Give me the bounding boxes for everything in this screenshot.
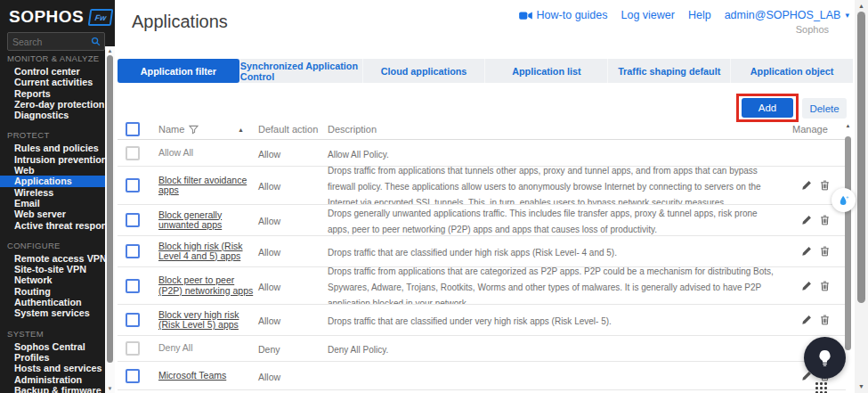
tab-application-object[interactable]: Application object	[730, 59, 853, 83]
sidebar-item-sophos-central[interactable]: Sophos Central	[0, 341, 105, 352]
sidebar-item-email[interactable]: Email	[0, 198, 105, 209]
row-checkbox[interactable]	[126, 178, 140, 192]
column-header-default-action[interactable]: Default action	[258, 124, 328, 135]
sidebar-section-configure: CONFIGURERemote access VPNSite-to-site V…	[0, 241, 105, 319]
app-filter-name-link[interactable]: Block filter avoidance apps	[158, 176, 258, 196]
row-checkbox-cell	[118, 369, 158, 383]
delete-trash-icon[interactable]	[820, 246, 830, 257]
delete-trash-icon[interactable]	[820, 215, 830, 225]
app-filter-name-link[interactable]: Microsoft Teams	[158, 371, 226, 381]
app-filter-name-link[interactable]: Block very high risk (Risk Level 5) apps	[158, 310, 258, 331]
row-default-action-cell: Allow	[258, 212, 328, 228]
select-all-checkbox[interactable]	[126, 122, 140, 136]
sidebar-item-rules-and-policies[interactable]: Rules and policies	[0, 143, 105, 153]
row-checkbox[interactable]	[126, 213, 140, 227]
row-checkbox[interactable]	[126, 244, 140, 258]
row-checkbox	[126, 146, 140, 160]
sidebar-item-backup-firmware[interactable]: Backup & firmware	[0, 385, 105, 393]
sidebar-item-reports[interactable]: Reports	[0, 88, 105, 99]
header-links: How-to guidesLog viewerHelpadmin@SOPHOS_…	[519, 9, 849, 21]
page-scrollbar[interactable]: ▲ ▼	[855, 0, 868, 393]
sidebar-item-applications[interactable]: Applications	[0, 176, 105, 186]
row-checkbox-cell	[118, 279, 158, 293]
search-input[interactable]	[8, 37, 91, 47]
help-assistant-button[interactable]	[804, 337, 846, 379]
sidebar-item-administration[interactable]: Administration	[0, 374, 105, 385]
scroll-up-icon[interactable]: ▲	[855, 3, 868, 10]
search-icon[interactable]	[91, 37, 104, 46]
row-description-cell: Drops generally unwanted applications tr…	[328, 205, 791, 236]
sidebar-item-remote-access-vpn[interactable]: Remote access VPN	[0, 253, 105, 264]
tab-application-list[interactable]: Application list	[484, 59, 607, 83]
scroll-down-icon[interactable]: ▼	[105, 385, 115, 392]
edit-pencil-icon[interactable]	[801, 215, 812, 225]
widget-drag-handle-icon[interactable]	[815, 382, 829, 393]
app-filter-name-link[interactable]: Block high risk (Risk Level 4 and 5) app…	[158, 242, 258, 262]
sidebar-section-system: SYSTEMSophos CentralProfilesHosts and se…	[0, 329, 105, 393]
sidebar-item-intrusion-prevention[interactable]: Intrusion prevention	[0, 154, 105, 165]
tab-bar: Application filterSynchronized Applicati…	[118, 59, 853, 83]
firewall-badge: Fw	[88, 9, 114, 26]
header-link-help[interactable]: Help	[688, 9, 711, 21]
app-filter-name-link[interactable]: Block generally unwanted apps	[158, 210, 258, 231]
filter-funnel-icon[interactable]	[189, 125, 199, 135]
sidebar-item-network[interactable]: Network	[0, 274, 105, 285]
sidebar-item-hosts-and-services[interactable]: Hosts and services	[0, 363, 105, 373]
add-button[interactable]: Add	[742, 98, 793, 118]
sidebar-item-routing[interactable]: Routing	[0, 286, 105, 297]
account-subtext: Sophos	[796, 24, 829, 35]
sidebar-item-zero-day-protection[interactable]: Zero-day protection	[0, 99, 105, 110]
column-header-description[interactable]: Description	[328, 124, 791, 135]
scroll-up-icon[interactable]: ▲	[844, 122, 852, 129]
tab-cloud-applications[interactable]: Cloud applications	[362, 59, 485, 83]
edit-pencil-icon[interactable]	[801, 315, 812, 325]
sidebar-item-web[interactable]: Web	[0, 165, 105, 176]
column-header-name[interactable]: Name	[158, 124, 184, 135]
scroll-down-icon[interactable]: ▼	[855, 383, 868, 390]
sidebar-item-authentication[interactable]: Authentication	[0, 297, 105, 307]
sidebar-item-diagnostics[interactable]: Diagnostics	[0, 110, 105, 120]
sophos-firewall-admin: SOPHOS Fw MONITOR & ANALYZEControl cente…	[0, 0, 868, 393]
page-scrollbar-thumb[interactable]	[857, 12, 865, 303]
delete-trash-icon[interactable]	[820, 315, 830, 325]
default-action-value: Allow	[258, 372, 280, 382]
row-checkbox[interactable]	[126, 313, 140, 327]
sidebar-item-site-to-site-vpn[interactable]: Site-to-site VPN	[0, 264, 105, 274]
tab-synchronized-application-control[interactable]: Synchronized Application Control	[239, 59, 362, 83]
delete-trash-icon[interactable]	[820, 281, 830, 291]
sidebar-scrollbar-thumb[interactable]	[107, 55, 113, 363]
chevron-down-icon: ▾	[845, 11, 849, 20]
row-checkbox[interactable]	[126, 369, 140, 383]
row-default-action-cell: Allow	[258, 368, 328, 384]
logo-text: SOPHOS	[9, 7, 84, 27]
whats-new-widget[interactable]	[831, 188, 856, 212]
app-filter-name-link[interactable]: Block peer to peer (P2P) networking apps	[158, 275, 258, 296]
header-link-admin-sophos-lab[interactable]: admin@SOPHOS_LAB▾	[725, 9, 849, 21]
default-action-value: Allow	[258, 149, 280, 160]
page-title: Applications	[132, 12, 228, 32]
delete-trash-icon[interactable]	[820, 180, 830, 191]
sidebar-item-current-activities[interactable]: Current activities	[0, 77, 105, 87]
edit-pencil-icon[interactable]	[801, 180, 812, 191]
sidebar-item-profiles[interactable]: Profiles	[0, 352, 105, 363]
sort-ascending-icon[interactable]: ▲	[238, 127, 244, 133]
edit-pencil-icon[interactable]	[801, 246, 812, 257]
sidebar-item-active-threat-response[interactable]: Active threat response	[0, 220, 105, 231]
scroll-up-icon[interactable]: ▲	[105, 47, 115, 54]
row-name-cell: Block peer to peer (P2P) networking apps	[158, 275, 258, 296]
sidebar-item-control-center[interactable]: Control center	[0, 66, 105, 77]
table-scrollbar-thumb[interactable]	[845, 136, 851, 350]
edit-pencil-icon[interactable]	[801, 281, 812, 291]
tab-application-filter[interactable]: Application filter	[118, 59, 239, 83]
header-link-how-to-guides[interactable]: How-to guides	[519, 9, 608, 21]
table-row: Block very high risk (Risk Level 5) apps…	[118, 305, 846, 336]
sidebar-scrollbar[interactable]: ▲ ▼	[105, 46, 115, 393]
row-default-action-cell: Allow	[258, 145, 328, 161]
header-link-log-viewer[interactable]: Log viewer	[621, 9, 674, 21]
sidebar-item-wireless[interactable]: Wireless	[0, 187, 105, 198]
delete-button[interactable]: Delete	[802, 98, 847, 119]
sidebar-item-system-services[interactable]: System services	[0, 307, 105, 318]
tab-traffic-shaping-default[interactable]: Traffic shaping default	[607, 59, 730, 83]
sidebar-item-web-server[interactable]: Web server	[0, 209, 105, 219]
row-checkbox[interactable]	[126, 279, 140, 293]
